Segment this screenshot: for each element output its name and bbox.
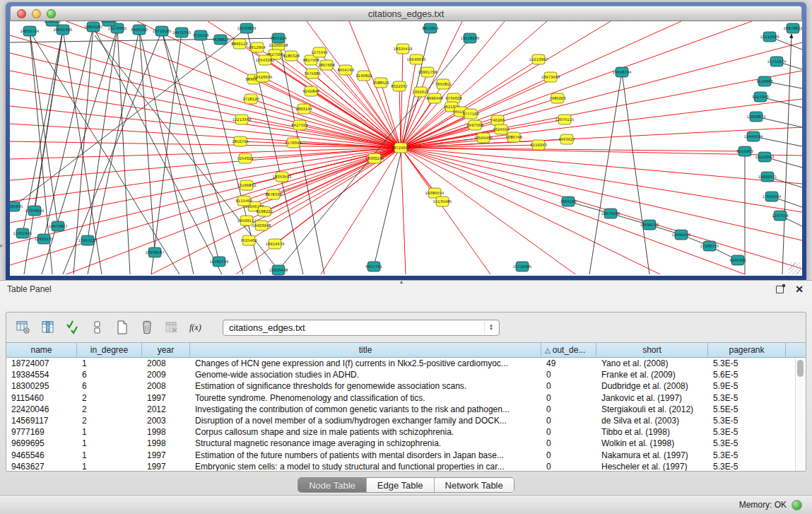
graph-node[interactable] (477, 133, 490, 143)
graph-node[interactable] (375, 78, 387, 88)
graph-node[interactable] (507, 132, 520, 142)
close-window-icon[interactable] (17, 9, 26, 18)
table-cell[interactable]: 9465546 (6, 450, 77, 461)
column-header-short[interactable]: short (596, 343, 708, 357)
table-cell[interactable]: 5.3E-5 (708, 392, 786, 404)
minimize-window-icon[interactable] (32, 9, 41, 18)
graph-node[interactable] (285, 51, 298, 61)
table-cell[interactable]: 5.3E-5 (708, 438, 786, 449)
table-cell[interactable]: 1998 (142, 426, 190, 438)
table-cell[interactable]: Stergiakouli et al. (2012) (596, 404, 708, 415)
table-row[interactable]: 1456911722003Disruption of a novel membe… (6, 415, 795, 426)
graph-node[interactable] (424, 23, 437, 33)
table-cell[interactable]: 5.3E-5 (708, 358, 786, 369)
graph-node[interactable] (194, 30, 207, 40)
graph-node[interactable] (758, 152, 771, 162)
table-cell[interactable]: Tourette syndrome. Phenomenology and cla… (190, 392, 541, 404)
table-row[interactable]: 977716911998Corpus callosum shape and si… (6, 426, 795, 438)
graph-node[interactable] (257, 72, 269, 82)
column-header-in_degree[interactable]: in_degree (77, 343, 142, 357)
graph-node[interactable] (258, 206, 271, 216)
graph-node[interactable] (464, 109, 477, 119)
graph-node[interactable] (102, 21, 115, 26)
graph-node[interactable] (251, 42, 264, 52)
table-cell[interactable]: 0 (541, 438, 596, 449)
table-cell[interactable]: 1997 (142, 392, 190, 404)
tab-network-table[interactable]: Network Table (435, 478, 514, 492)
column-header-out_de[interactable]: △out_de... (541, 343, 596, 357)
graph-node[interactable] (245, 94, 257, 104)
graph-node[interactable] (175, 28, 188, 37)
graph-node[interactable] (421, 67, 434, 77)
graph-node[interactable] (23, 26, 36, 36)
graph-node[interactable] (532, 140, 545, 150)
table-cell[interactable]: Wolkin et al. (1998) (596, 438, 708, 449)
table-cell[interactable]: 9777169 (6, 426, 77, 438)
panel-splitter-handle[interactable]: ▴ (400, 280, 403, 284)
graph-node[interactable] (604, 209, 617, 218)
table-cell[interactable]: 1 (77, 461, 142, 471)
table-source-select[interactable]: citations_edges.txt ▲▼ (223, 320, 500, 336)
table-row[interactable]: 946362711997Embryonic stem cells: a mode… (6, 461, 795, 471)
table-row[interactable]: 911546021997Tourette syndrome. Phenomeno… (6, 392, 795, 404)
graph-node[interactable] (763, 32, 776, 42)
graph-node[interactable] (774, 211, 787, 221)
tab-edge-table[interactable]: Edge Table (367, 478, 435, 492)
table-cell[interactable]: Hescheler et al. (1997) (596, 461, 708, 471)
graph-node[interactable] (787, 23, 799, 33)
graph-node[interactable] (551, 93, 564, 103)
graph-node[interactable] (414, 87, 427, 97)
table-cell[interactable]: 9463627 (6, 461, 77, 471)
table-cell[interactable]: 2 (77, 415, 142, 426)
graph-node[interactable] (396, 44, 409, 54)
table-cell[interactable]: 0 (541, 392, 596, 404)
graph-node[interactable] (233, 39, 246, 49)
graph-node[interactable] (214, 35, 227, 45)
close-panel-button[interactable]: ✕ (794, 284, 805, 295)
table-cell[interactable]: 0 (541, 426, 596, 438)
table-cell[interactable]: 14569117 (6, 415, 77, 426)
select-all-rows-button[interactable] (64, 319, 81, 336)
table-cell[interactable]: 1 (77, 426, 142, 438)
graph-node[interactable] (298, 104, 310, 114)
table-cell[interactable]: 9699695 (6, 438, 77, 449)
graph-node[interactable] (272, 265, 285, 275)
graph-node[interactable] (16, 228, 29, 238)
graph-node[interactable] (57, 25, 69, 35)
table-cell[interactable]: Yano et al. (2008) (596, 358, 708, 369)
table-cell[interactable]: 2012 (142, 404, 190, 415)
graph-node[interactable] (560, 134, 573, 144)
table-cell[interactable]: Disruption of a novel member of a sodium… (190, 415, 541, 426)
graph-node[interactable] (739, 146, 751, 156)
graph-node[interactable] (437, 79, 449, 89)
graph-node[interactable] (269, 239, 281, 249)
graph-node[interactable] (675, 230, 688, 240)
table-cell[interactable]: 1 (77, 438, 142, 449)
column-header-title[interactable]: title (190, 343, 541, 357)
graph-node[interactable] (267, 189, 280, 199)
graph-node[interactable] (770, 57, 783, 66)
graph-node[interactable] (393, 81, 406, 91)
table-cell[interactable]: 0 (541, 380, 596, 392)
graph-node[interactable] (703, 241, 716, 251)
graph-node[interactable] (133, 25, 146, 35)
table-cell[interactable]: 0 (541, 461, 596, 471)
graph-node[interactable] (155, 26, 168, 36)
table-scrollbar-thumb[interactable] (797, 360, 804, 377)
graph-node[interactable] (750, 112, 763, 122)
table-cell[interactable]: 1998 (142, 438, 190, 449)
graph-node[interactable] (761, 172, 774, 182)
graph-node[interactable] (81, 235, 94, 245)
table-cell[interactable]: 22420046 (6, 404, 77, 415)
table-cell[interactable]: 1 (77, 450, 142, 461)
table-cell[interactable]: 0 (541, 415, 596, 426)
table-cell[interactable]: 6 (77, 380, 142, 392)
table-cell[interactable]: 5.5E-5 (708, 404, 786, 415)
select-column-button[interactable] (40, 319, 57, 336)
function-builder-button[interactable]: f(x) (188, 319, 205, 336)
table-row[interactable]: 946554611997Estimation of the future num… (6, 450, 795, 461)
graph-node[interactable] (305, 86, 317, 96)
column-header-year[interactable]: year (142, 343, 190, 357)
table-cell[interactable]: Structural magnetic resonance image aver… (190, 438, 541, 449)
graph-node[interactable] (754, 92, 767, 102)
